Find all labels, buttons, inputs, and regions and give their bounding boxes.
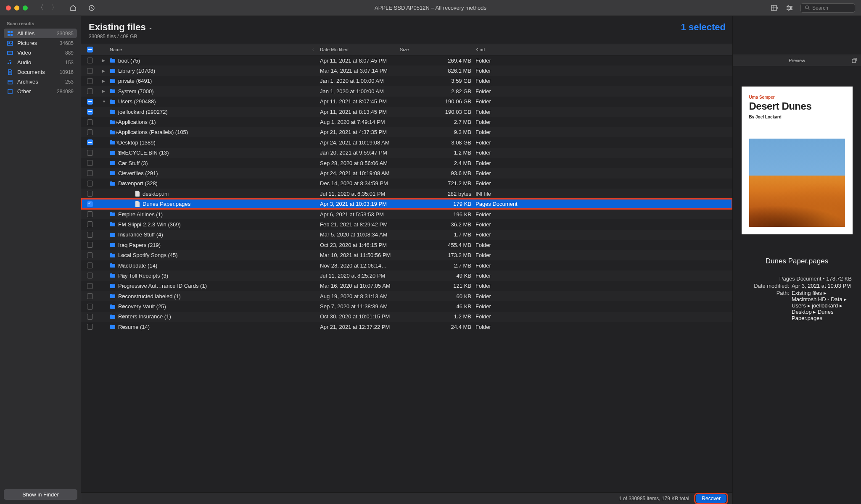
disclosure-icon[interactable]: ▶ bbox=[102, 58, 110, 63]
table-row[interactable]: ▶ Resume (14) Apr 21, 2021 at 12:37:22 P… bbox=[81, 322, 732, 332]
table-row[interactable]: ▶ Reconstructed labeled (1) Aug 19, 2020… bbox=[81, 291, 732, 301]
sidebar-item-all-files[interactable]: All files330985 bbox=[4, 29, 77, 38]
row-checkbox[interactable] bbox=[87, 129, 93, 135]
table-row[interactable]: ▶ boot (75) Apr 11, 2021 at 8:07:45 PM 2… bbox=[81, 55, 732, 66]
row-date: Sep 28, 2020 at 8:56:06 AM bbox=[320, 160, 400, 166]
audio-icon bbox=[7, 60, 14, 66]
minimize-button[interactable] bbox=[14, 5, 19, 10]
row-checkbox[interactable] bbox=[87, 262, 93, 268]
table-row[interactable]: ▼ joellockard (290272) Apr 11, 2021 at 8… bbox=[81, 107, 732, 117]
table-row[interactable]: ▶ $RECYCLE.BIN (13) Jan 20, 2021 at 9:59… bbox=[81, 148, 732, 158]
status-bar: 1 of 330985 items, 179 KB total Recover bbox=[81, 492, 732, 504]
table-row[interactable]: ▶ Davenport (328) Dec 14, 2020 at 8:34:5… bbox=[81, 178, 732, 189]
table-row[interactable]: ▶ Renters Insurance (1) Oct 30, 2020 at … bbox=[81, 312, 732, 322]
table-row[interactable]: ▶ Empire Airlines (1) Apr 6, 2021 at 5:5… bbox=[81, 209, 732, 219]
table-row[interactable]: ▶ Car Stuff (3) Sep 28, 2020 at 8:56:06 … bbox=[81, 158, 732, 168]
table-row[interactable]: ▶ Progressive Aut…rance ID Cards (1) Mar… bbox=[81, 281, 732, 291]
table-row[interactable]: ▶ private (6491) Jan 1, 2020 at 1:00:00 … bbox=[81, 76, 732, 86]
table-row[interactable]: ▶ FM-Slippi-2.2.3-Win (369) Feb 21, 2021… bbox=[81, 219, 732, 229]
sidebar-item-video[interactable]: Video889 bbox=[4, 48, 77, 58]
disclosure-icon[interactable]: ▶ bbox=[102, 69, 110, 73]
view-options-icon[interactable] bbox=[771, 5, 779, 11]
sidebar-item-other[interactable]: Other284089 bbox=[4, 87, 77, 96]
row-checkbox[interactable] bbox=[87, 283, 93, 289]
column-name[interactable]: Name bbox=[110, 47, 122, 52]
table-row[interactable]: ▶ Library (10708) Mar 14, 2021 at 3:07:1… bbox=[81, 66, 732, 76]
row-checkbox[interactable] bbox=[87, 211, 93, 217]
list-title[interactable]: Existing files ⌄ bbox=[89, 22, 725, 33]
table-row[interactable]: ▶ Local Spotify Songs (45) Mar 10, 2021 … bbox=[81, 250, 732, 260]
folder-icon bbox=[110, 222, 116, 227]
row-checkbox[interactable] bbox=[87, 88, 93, 94]
sidebar-item-archives[interactable]: Archives253 bbox=[4, 77, 77, 87]
recover-button[interactable]: Recover bbox=[696, 494, 726, 503]
row-date: Mar 16, 2020 at 10:07:05 AM bbox=[320, 283, 400, 289]
popout-icon[interactable] bbox=[852, 58, 857, 63]
table-row[interactable]: ▶ System (7000) Jan 1, 2020 at 1:00:00 A… bbox=[81, 86, 732, 96]
sidebar: Scan results All files330985Pictures3468… bbox=[0, 16, 81, 504]
column-date[interactable]: Date Modified bbox=[320, 47, 400, 52]
table-row[interactable]: ▶ Insurance Stuff (4) Mar 5, 2020 at 10:… bbox=[81, 230, 732, 240]
history-icon[interactable] bbox=[88, 5, 95, 11]
close-button[interactable] bbox=[6, 5, 11, 10]
row-kind: Folder bbox=[475, 313, 560, 320]
home-icon[interactable] bbox=[70, 5, 77, 11]
row-checkbox[interactable] bbox=[87, 109, 93, 115]
table-row[interactable]: Dunes Paper.pages Apr 3, 2021 at 10:03:1… bbox=[81, 199, 732, 209]
row-kind: Folder bbox=[475, 98, 560, 105]
sidebar-item-audio[interactable]: Audio153 bbox=[4, 58, 77, 67]
row-checkbox[interactable] bbox=[87, 314, 93, 320]
row-checkbox[interactable] bbox=[87, 304, 93, 310]
row-checkbox[interactable] bbox=[87, 58, 93, 63]
search-input[interactable]: Search bbox=[800, 3, 855, 13]
back-button[interactable]: 〈 bbox=[37, 3, 44, 12]
row-checkbox[interactable] bbox=[87, 232, 93, 238]
row-checkbox[interactable] bbox=[87, 324, 93, 330]
table-row[interactable]: ▶ Recovery Vault (25) Sep 7, 2020 at 11:… bbox=[81, 301, 732, 311]
sidebar-item-documents[interactable]: Documents10916 bbox=[4, 67, 77, 77]
column-size[interactable]: Size bbox=[400, 47, 475, 52]
disclosure-icon[interactable]: ▼ bbox=[102, 100, 110, 104]
row-checkbox[interactable] bbox=[87, 160, 93, 166]
table-row[interactable]: ▼ Desktop (1389) Apr 24, 2021 at 10:19:0… bbox=[81, 137, 732, 147]
row-date: Mar 14, 2021 at 3:07:14 PM bbox=[320, 68, 400, 74]
table-row[interactable]: ▶ Applications (Parallels) (105) Apr 21,… bbox=[81, 127, 732, 137]
table-row[interactable]: ▼ Users (290488) Apr 11, 2021 at 8:07:45… bbox=[81, 97, 732, 107]
row-checkbox[interactable] bbox=[87, 181, 93, 186]
row-checkbox[interactable] bbox=[87, 242, 93, 248]
row-checkbox[interactable] bbox=[87, 221, 93, 227]
row-checkbox[interactable] bbox=[87, 170, 93, 176]
row-checkbox[interactable] bbox=[87, 99, 93, 105]
sidebar-item-pictures[interactable]: Pictures34685 bbox=[4, 38, 77, 48]
row-checkbox[interactable] bbox=[87, 78, 93, 84]
row-checkbox[interactable] bbox=[87, 139, 93, 145]
row-checkbox[interactable] bbox=[87, 68, 93, 74]
row-size: 196 KB bbox=[400, 211, 475, 218]
disclosure-icon[interactable]: ▶ bbox=[102, 89, 110, 93]
row-checkbox[interactable] bbox=[87, 191, 93, 197]
row-date: Dec 14, 2020 at 8:34:59 PM bbox=[320, 180, 400, 186]
selection-count[interactable]: 1 selected bbox=[681, 22, 726, 33]
row-checkbox[interactable] bbox=[87, 293, 93, 299]
select-all-checkbox[interactable] bbox=[87, 47, 93, 52]
forward-button[interactable]: 〉 bbox=[51, 3, 58, 12]
table-row[interactable]: ▶ Applications (1) Aug 1, 2020 at 7:49:1… bbox=[81, 117, 732, 127]
table-row[interactable]: ▶ Iraq Papers (219) Oct 23, 2020 at 1:46… bbox=[81, 240, 732, 250]
row-date: Aug 1, 2020 at 7:49:14 PM bbox=[320, 119, 400, 125]
row-checkbox[interactable] bbox=[87, 119, 93, 125]
table-row[interactable]: ▶ Cleverfiles (291) Apr 24, 2021 at 10:1… bbox=[81, 168, 732, 178]
row-checkbox[interactable] bbox=[87, 252, 93, 258]
settings-icon[interactable] bbox=[786, 5, 793, 11]
column-kind[interactable]: Kind bbox=[475, 47, 560, 52]
show-in-finder-button[interactable]: Show in Finder bbox=[4, 489, 77, 500]
table-row[interactable]: desktop.ini Jul 11, 2020 at 6:35:01 PM 2… bbox=[81, 189, 732, 199]
row-checkbox[interactable] bbox=[87, 201, 93, 207]
row-checkbox[interactable] bbox=[87, 273, 93, 278]
table-row[interactable]: ▶ MacUpdate (14) Nov 28, 2020 at 12:06:1… bbox=[81, 260, 732, 270]
table-row[interactable]: ▶ Pay Toll Receipts (3) Jul 11, 2020 at … bbox=[81, 270, 732, 281]
row-checkbox[interactable] bbox=[87, 150, 93, 156]
row-name: FM-Slippi-2.2.3-Win (369) bbox=[118, 221, 181, 228]
svg-rect-7 bbox=[11, 31, 13, 33]
maximize-button[interactable] bbox=[23, 5, 28, 10]
disclosure-icon[interactable]: ▶ bbox=[102, 79, 110, 83]
